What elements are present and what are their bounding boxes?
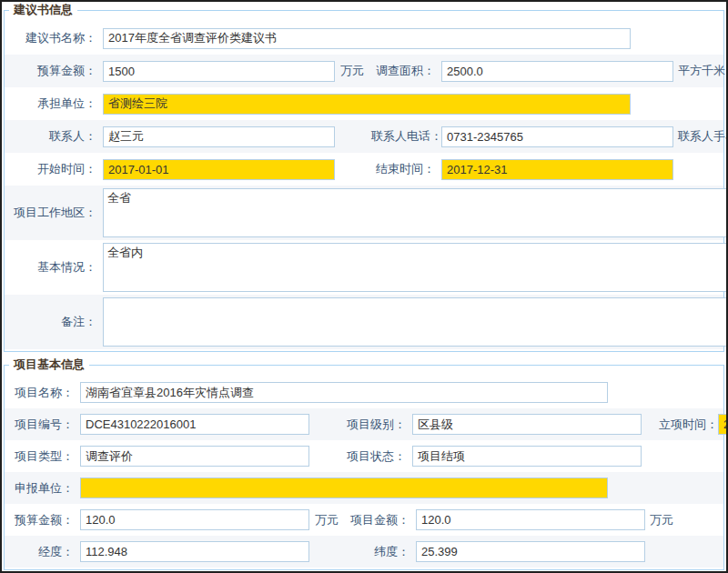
project-level-label: 项目级别： bbox=[309, 417, 412, 433]
project-code-input[interactable] bbox=[80, 414, 309, 435]
budget-survey-row: 预算金额： 万元 调查面积： 平方千米 bbox=[5, 55, 723, 87]
proposal-budget-unit: 万元 bbox=[335, 63, 371, 79]
basic-info-row: 基本情况： 全省内 bbox=[5, 240, 723, 295]
start-time-label: 开始时间： bbox=[5, 161, 103, 177]
approval-time-input[interactable] bbox=[718, 414, 728, 435]
project-name-label: 项目名称： bbox=[5, 385, 80, 401]
project-amount-unit: 万元 bbox=[645, 512, 673, 528]
latitude-label: 纬度： bbox=[346, 544, 416, 560]
project-type-label: 项目类型： bbox=[5, 448, 80, 465]
basic-info-label: 基本情况： bbox=[5, 259, 103, 276]
project-amount-input[interactable] bbox=[416, 509, 645, 530]
type-status-row: 项目类型： 项目状态： bbox=[5, 440, 723, 472]
contact-mobile-label: 联系人手机 bbox=[673, 128, 728, 145]
project-name-input[interactable] bbox=[80, 382, 608, 403]
contact-row: 联系人： 联系人电话： 联系人手机 bbox=[5, 120, 723, 153]
proposal-name-input[interactable] bbox=[103, 28, 631, 49]
proposal-budget-label: 预算金额： bbox=[5, 63, 103, 79]
end-time-label: 结束时间： bbox=[371, 161, 441, 177]
proposal-info-section: 建议书信息 建议书名称： 预算金额： 万元 调查面积： 平方千米 承担单位： 联… bbox=[4, 10, 724, 352]
project-level-input[interactable] bbox=[412, 414, 642, 435]
work-area-label: 项目工作地区： bbox=[5, 205, 103, 221]
survey-area-label: 调查面积： bbox=[371, 63, 441, 79]
declare-unit-row: 申报单位： bbox=[5, 472, 723, 504]
time-row: 开始时间： 结束时间： bbox=[5, 153, 723, 186]
basic-info-textarea[interactable]: 全省内 bbox=[103, 243, 728, 292]
remark-label: 备注： bbox=[5, 314, 103, 330]
approval-time-label: 立项时间： bbox=[642, 417, 718, 433]
code-level-row: 项目编号： 项目级别： 立项时间： bbox=[5, 408, 723, 440]
proposal-section-legend: 建议书信息 bbox=[9, 2, 77, 18]
undertaker-label: 承担单位： bbox=[5, 96, 103, 112]
end-time-input[interactable] bbox=[441, 159, 673, 180]
coords-row: 经度： 纬度： bbox=[5, 536, 723, 568]
contact-phone-input[interactable] bbox=[441, 126, 673, 147]
contact-input[interactable] bbox=[103, 126, 335, 147]
work-area-textarea[interactable]: 全省 bbox=[103, 188, 728, 237]
project-code-label: 项目编号： bbox=[5, 417, 80, 433]
project-status-label: 项目状态： bbox=[309, 448, 412, 465]
longitude-label: 经度： bbox=[5, 544, 80, 560]
declare-unit-input[interactable] bbox=[80, 478, 608, 498]
work-area-row: 项目工作地区： 全省 bbox=[5, 186, 723, 240]
proposal-budget-input[interactable] bbox=[103, 61, 335, 82]
remark-row: 备注： bbox=[5, 295, 723, 349]
contact-phone-label: 联系人电话： bbox=[371, 128, 441, 145]
undertaker-input[interactable] bbox=[103, 94, 631, 115]
longitude-input[interactable] bbox=[80, 541, 309, 562]
survey-area-unit: 平方千米 bbox=[673, 63, 725, 79]
declare-unit-label: 申报单位： bbox=[5, 480, 80, 497]
project-status-input[interactable] bbox=[412, 446, 642, 467]
project-budget-input[interactable] bbox=[80, 509, 309, 530]
contact-label: 联系人： bbox=[5, 128, 103, 145]
project-section-legend: 项目基本信息 bbox=[9, 357, 89, 373]
project-type-input[interactable] bbox=[80, 446, 309, 467]
project-info-section: 项目基本信息 项目名称： 项目编号： 项目级别： 立项时间： 项目类型： 项目状… bbox=[4, 365, 724, 570]
budget-amount-row: 预算金额： 万元 项目金额： 万元 bbox=[5, 504, 723, 536]
undertaker-row: 承担单位： bbox=[5, 87, 723, 120]
survey-area-input[interactable] bbox=[441, 61, 673, 82]
proposal-name-label: 建议书名称： bbox=[5, 30, 103, 46]
proposal-name-row: 建议书名称： bbox=[5, 22, 723, 55]
remark-textarea[interactable] bbox=[103, 297, 728, 347]
project-amount-label: 项目金额： bbox=[346, 512, 416, 528]
latitude-input[interactable] bbox=[416, 541, 645, 562]
project-budget-label: 预算金额： bbox=[5, 512, 80, 528]
project-budget-unit: 万元 bbox=[309, 512, 346, 528]
project-name-row: 项目名称： bbox=[5, 377, 723, 408]
start-time-input[interactable] bbox=[103, 159, 335, 180]
